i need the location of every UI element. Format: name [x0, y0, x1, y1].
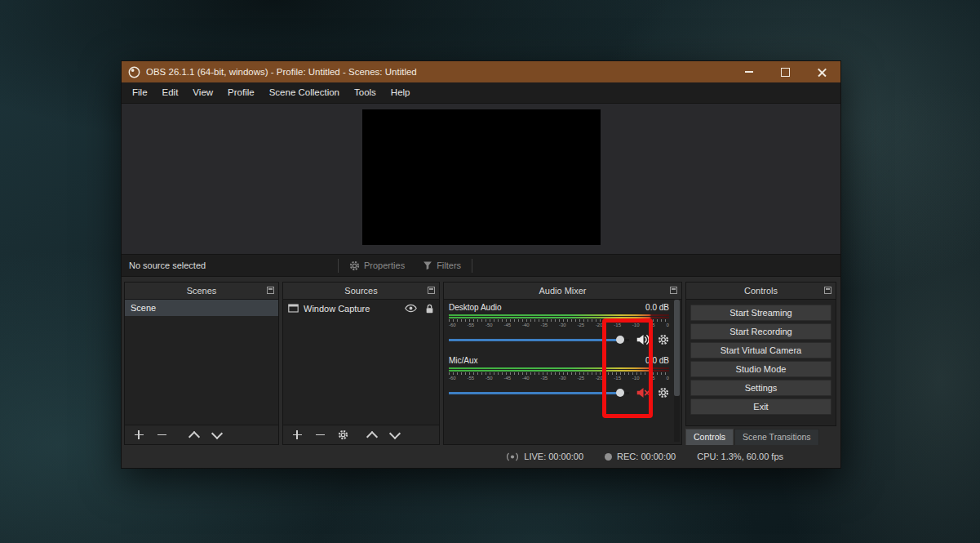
scale-label: -20: [596, 322, 603, 328]
rec-text: REC: 00:00:00: [617, 452, 676, 461]
menu-item-edit[interactable]: Edit: [155, 82, 186, 103]
scale-label: -5: [650, 375, 654, 381]
live-text: LIVE: 00:00:00: [524, 452, 583, 461]
scale-label: -45: [503, 375, 511, 381]
source-move-up-button[interactable]: [366, 430, 378, 441]
volume-meter: [449, 314, 669, 322]
lock-button[interactable]: [425, 304, 434, 314]
source-move-down-button[interactable]: [389, 430, 401, 441]
dock-title: Scenes: [187, 286, 217, 296]
window-capture-icon: [288, 304, 299, 313]
meter-scale: -60 -55 -50 -45 -40 -35 -30 -25 -20 -15 …: [449, 322, 669, 328]
sources-toolbar: [283, 425, 439, 444]
audio-mixer-dock: Audio Mixer Desktop Audio 0.0 dB: [443, 282, 682, 445]
live-status: LIVE: 00:00:00: [506, 452, 583, 462]
minus-icon: [316, 430, 325, 439]
scale-label: -10: [632, 322, 640, 328]
obs-logo-icon: [128, 66, 140, 78]
scale-label: -60: [449, 322, 456, 328]
scale-label: 0: [666, 375, 668, 381]
dock-popout-icon[interactable]: [824, 287, 831, 294]
menu-item-file[interactable]: File: [125, 82, 155, 103]
scale-label: 0: [666, 322, 668, 328]
window-controls: [730, 61, 840, 82]
scale-label: -5: [650, 322, 654, 328]
slider-handle[interactable]: [616, 389, 624, 397]
close-button[interactable]: [804, 61, 840, 82]
scene-list-item[interactable]: Scene: [125, 300, 278, 316]
start-recording-button[interactable]: Start Recording: [690, 323, 831, 340]
filters-button[interactable]: Filters: [414, 255, 470, 276]
start-streaming-button[interactable]: Start Streaming: [690, 305, 831, 321]
menu-item-help[interactable]: Help: [384, 82, 418, 103]
titlebar[interactable]: OBS 26.1.1 (64-bit, windows) - Profile: …: [122, 61, 840, 82]
scenes-dock-header[interactable]: Scenes: [125, 283, 278, 300]
slider-handle[interactable]: [616, 336, 624, 344]
menu-item-tools[interactable]: Tools: [347, 82, 384, 103]
volume-slider[interactable]: [449, 334, 629, 345]
chevron-down-icon: [389, 428, 401, 439]
scale-label: -40: [522, 375, 530, 381]
controls-buttons: Start Streaming Start Recording Start Vi…: [686, 300, 836, 425]
scene-move-up-button[interactable]: [188, 430, 200, 441]
mixer-channel-mic-aux: Mic/Aux 0.0 dB -60 -55 -50 -45 -40: [449, 356, 669, 400]
mixer-scrollbar[interactable]: [674, 300, 680, 442]
statusbar: LIVE: 00:00:00 REC: 00:00:00 CPU: 1.3%, …: [122, 445, 840, 468]
controls-dock-header[interactable]: Controls: [686, 283, 836, 300]
remove-scene-button[interactable]: [156, 430, 167, 441]
gear-icon: [658, 334, 669, 345]
exit-button[interactable]: Exit: [690, 398, 831, 415]
channel-level: 0.0 dB: [645, 356, 669, 367]
source-toolbar: No source selected Properties Filters: [122, 254, 840, 277]
add-scene-button[interactable]: [133, 430, 144, 441]
speaker-icon: [636, 333, 651, 346]
gear-icon: [658, 387, 669, 398]
menu-item-scene-collection[interactable]: Scene Collection: [262, 82, 347, 103]
menubar: File Edit View Profile Scene Collection …: [122, 82, 840, 104]
dock-title: Controls: [744, 286, 778, 296]
studio-mode-button[interactable]: Studio Mode: [690, 361, 831, 377]
mute-button[interactable]: [636, 333, 651, 346]
dock-popout-icon[interactable]: [267, 287, 274, 294]
audio-settings-button[interactable]: [658, 387, 669, 398]
minimize-button[interactable]: [730, 61, 767, 82]
settings-button[interactable]: Settings: [690, 380, 831, 396]
scale-label: -50: [486, 322, 493, 328]
mute-button[interactable]: [636, 386, 651, 399]
menu-item-view[interactable]: View: [185, 82, 220, 103]
scale-label: -30: [559, 375, 566, 381]
properties-label: Properties: [364, 260, 405, 270]
scale-label: -35: [540, 375, 548, 381]
visibility-button[interactable]: [405, 304, 417, 313]
lock-icon: [425, 304, 434, 314]
sources-dock-header[interactable]: Sources: [283, 283, 439, 300]
tab-controls[interactable]: Controls: [685, 429, 734, 445]
scale-label: -10: [632, 375, 640, 381]
scene-move-down-button[interactable]: [211, 430, 223, 441]
source-list-item[interactable]: Window Capture: [283, 300, 439, 317]
tab-scene-transitions[interactable]: Scene Transitions: [734, 429, 818, 445]
scale-label: -15: [614, 322, 621, 328]
scrollbar-thumb[interactable]: [674, 300, 680, 396]
scale-label: -60: [449, 375, 456, 381]
dock-popout-icon[interactable]: [670, 287, 677, 294]
chevron-up-icon: [366, 430, 378, 442]
preview-canvas: [362, 109, 601, 245]
source-properties-button[interactable]: [337, 430, 348, 441]
maximize-button[interactable]: [767, 61, 804, 82]
eye-icon: [405, 304, 417, 313]
remove-source-button[interactable]: [314, 430, 326, 441]
start-virtual-camera-button[interactable]: Start Virtual Camera: [690, 342, 831, 358]
audio-mixer-dock-header[interactable]: Audio Mixer: [444, 283, 681, 300]
menu-item-profile[interactable]: Profile: [220, 82, 262, 103]
volume-slider[interactable]: [449, 387, 629, 398]
no-source-label: No source selected: [122, 260, 336, 270]
rec-icon: [605, 453, 612, 461]
add-source-button[interactable]: [291, 430, 303, 441]
obs-window: OBS 26.1.1 (64-bit, windows) - Profile: …: [121, 60, 841, 469]
separator: [472, 259, 472, 273]
scale-label: -40: [522, 322, 530, 328]
properties-button[interactable]: Properties: [340, 255, 414, 276]
audio-settings-button[interactable]: [658, 334, 669, 345]
dock-popout-icon[interactable]: [428, 287, 435, 294]
